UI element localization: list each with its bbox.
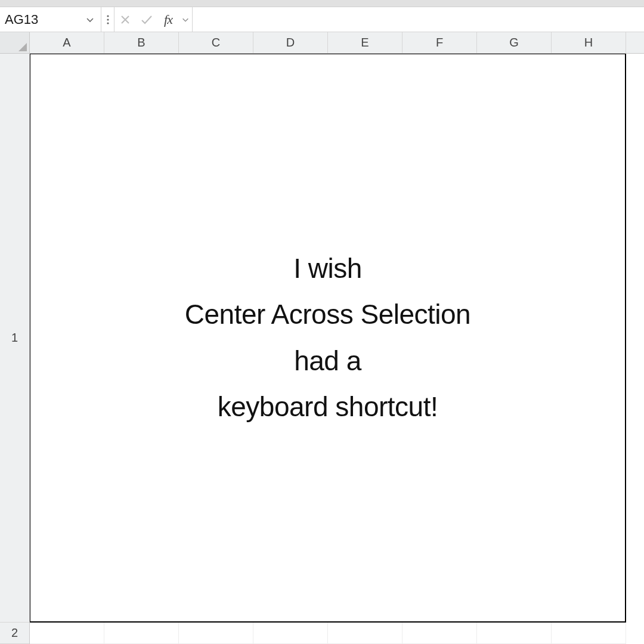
cell[interactable] xyxy=(328,623,402,644)
column-header[interactable]: G xyxy=(477,32,552,53)
row-header[interactable]: 1 xyxy=(0,54,29,623)
column-header-row: A B C D E F G H xyxy=(0,32,644,54)
column-header[interactable]: E xyxy=(328,32,402,53)
svg-point-0 xyxy=(107,15,109,17)
name-box-container xyxy=(0,7,101,32)
cancel-button[interactable] xyxy=(114,7,136,32)
function-dropdown[interactable] xyxy=(179,7,192,32)
enter-button[interactable] xyxy=(136,7,157,32)
formula-bar: fx xyxy=(0,7,644,32)
cell[interactable] xyxy=(104,623,179,644)
name-box[interactable] xyxy=(5,12,85,27)
select-all-corner[interactable] xyxy=(0,32,30,53)
cell[interactable] xyxy=(30,623,104,644)
svg-point-2 xyxy=(107,22,109,24)
cell-text-line: keyboard shortcut! xyxy=(218,390,438,425)
name-box-dropdown[interactable] xyxy=(85,15,95,24)
grid-area: 1 2 I wish Center Across Selection had a… xyxy=(0,54,644,644)
column-header[interactable]: F xyxy=(402,32,477,53)
cell-text-line: I wish xyxy=(293,252,362,286)
cell[interactable] xyxy=(402,623,477,644)
cells-region[interactable]: I wish Center Across Selection had a key… xyxy=(30,54,644,644)
ribbon-strip xyxy=(0,0,644,7)
column-header[interactable]: H xyxy=(552,32,626,53)
fx-icon: fx xyxy=(164,12,172,27)
formula-input[interactable] xyxy=(193,7,644,32)
cell[interactable] xyxy=(477,623,552,644)
svg-point-1 xyxy=(107,18,109,20)
column-header[interactable]: D xyxy=(253,32,328,53)
cell[interactable] xyxy=(552,623,626,644)
row-header-gutter: 1 2 xyxy=(0,54,30,644)
formula-bar-more[interactable] xyxy=(101,7,114,32)
cell-text-line: Center Across Selection xyxy=(185,298,470,332)
row-2-cells xyxy=(30,623,626,644)
cell[interactable] xyxy=(253,623,328,644)
column-header[interactable]: C xyxy=(179,32,253,53)
cell[interactable] xyxy=(179,623,253,644)
column-header[interactable]: B xyxy=(104,32,179,53)
row-header[interactable]: 2 xyxy=(0,623,29,644)
column-header[interactable]: A xyxy=(30,32,104,53)
merged-cell-a1-h1[interactable]: I wish Center Across Selection had a key… xyxy=(30,54,626,623)
cell-text-line: had a xyxy=(294,344,361,379)
insert-function-button[interactable]: fx xyxy=(157,7,179,32)
